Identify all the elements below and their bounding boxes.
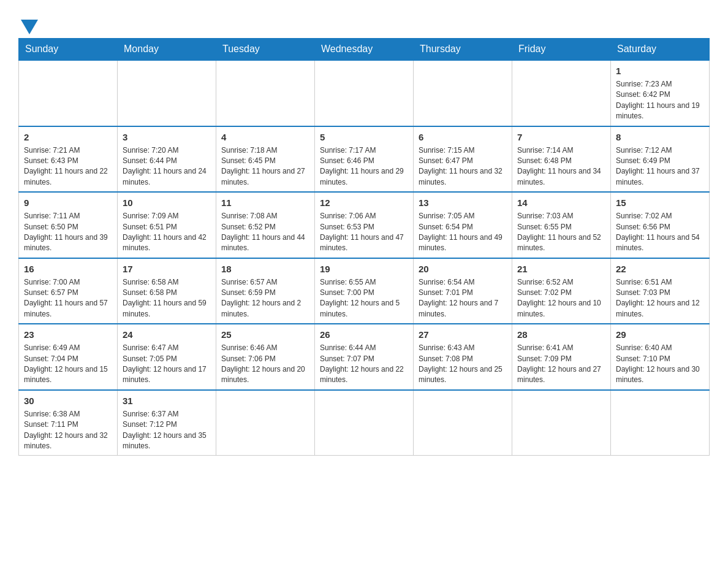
day-info: Sunrise: 6:41 AMSunset: 7:09 PMDaylight:… — [517, 343, 605, 386]
calendar-cell — [315, 60, 414, 126]
day-info: Sunrise: 6:58 AMSunset: 6:58 PMDaylight:… — [123, 277, 211, 320]
day-info: Sunrise: 7:12 AMSunset: 6:49 PMDaylight:… — [616, 145, 704, 188]
weekday-header-monday: Monday — [118, 39, 216, 61]
day-number: 20 — [419, 262, 507, 275]
day-info: Sunrise: 7:09 AMSunset: 6:51 PMDaylight:… — [123, 211, 211, 254]
calendar-cell: 14Sunrise: 7:03 AMSunset: 6:55 PMDayligh… — [512, 192, 611, 258]
calendar-cell — [118, 60, 216, 126]
day-number: 28 — [517, 328, 605, 341]
calendar-cell: 22Sunrise: 6:51 AMSunset: 7:03 PMDayligh… — [611, 258, 710, 324]
day-number: 5 — [320, 131, 408, 144]
calendar-cell: 9Sunrise: 7:11 AMSunset: 6:50 PMDaylight… — [19, 192, 118, 258]
day-info: Sunrise: 7:02 AMSunset: 6:56 PMDaylight:… — [616, 211, 704, 254]
calendar-cell: 11Sunrise: 7:08 AMSunset: 6:52 PMDayligh… — [216, 192, 315, 258]
day-number: 2 — [24, 131, 112, 144]
calendar-cell: 4Sunrise: 7:18 AMSunset: 6:45 PMDaylight… — [216, 126, 315, 193]
logo-triangle-icon — [21, 20, 38, 34]
day-number: 24 — [123, 328, 211, 341]
day-number: 4 — [221, 131, 309, 144]
day-info: Sunrise: 7:14 AMSunset: 6:48 PMDaylight:… — [517, 145, 605, 188]
day-info: Sunrise: 6:46 AMSunset: 7:06 PMDaylight:… — [221, 343, 309, 386]
day-info: Sunrise: 6:49 AMSunset: 7:04 PMDaylight:… — [24, 343, 112, 386]
calendar-cell: 25Sunrise: 6:46 AMSunset: 7:06 PMDayligh… — [216, 324, 315, 390]
day-number: 30 — [24, 394, 112, 407]
calendar-cell: 8Sunrise: 7:12 AMSunset: 6:49 PMDaylight… — [611, 126, 710, 193]
weekday-header-thursday: Thursday — [414, 39, 512, 61]
calendar-cell: 29Sunrise: 6:40 AMSunset: 7:10 PMDayligh… — [611, 324, 710, 390]
day-number: 1 — [616, 64, 704, 77]
calendar-cell — [216, 390, 315, 456]
calendar-week-row: 16Sunrise: 7:00 AMSunset: 6:57 PMDayligh… — [19, 258, 710, 324]
day-number: 12 — [320, 196, 408, 209]
day-number: 25 — [221, 328, 309, 341]
calendar-cell: 24Sunrise: 6:47 AMSunset: 7:05 PMDayligh… — [118, 324, 216, 390]
day-info: Sunrise: 6:55 AMSunset: 7:00 PMDaylight:… — [320, 277, 408, 320]
day-info: Sunrise: 6:38 AMSunset: 7:11 PMDaylight:… — [24, 409, 112, 452]
day-info: Sunrise: 7:11 AMSunset: 6:50 PMDaylight:… — [24, 211, 112, 254]
day-info: Sunrise: 6:57 AMSunset: 6:59 PMDaylight:… — [221, 277, 309, 320]
day-info: Sunrise: 7:15 AMSunset: 6:47 PMDaylight:… — [419, 145, 507, 188]
day-info: Sunrise: 7:21 AMSunset: 6:43 PMDaylight:… — [24, 145, 112, 188]
day-info: Sunrise: 7:23 AMSunset: 6:42 PMDaylight:… — [616, 79, 704, 122]
calendar-cell: 10Sunrise: 7:09 AMSunset: 6:51 PMDayligh… — [118, 192, 216, 258]
day-number: 27 — [419, 328, 507, 341]
day-info: Sunrise: 7:20 AMSunset: 6:44 PMDaylight:… — [123, 145, 211, 188]
calendar-header: SundayMondayTuesdayWednesdayThursdayFrid… — [19, 39, 710, 61]
day-info: Sunrise: 6:43 AMSunset: 7:08 PMDaylight:… — [419, 343, 507, 386]
calendar-cell: 12Sunrise: 7:06 AMSunset: 6:53 PMDayligh… — [315, 192, 414, 258]
day-info: Sunrise: 6:44 AMSunset: 7:07 PMDaylight:… — [320, 343, 408, 386]
day-number: 21 — [517, 262, 605, 275]
day-number: 16 — [24, 262, 112, 275]
day-info: Sunrise: 6:37 AMSunset: 7:12 PMDaylight:… — [123, 409, 211, 452]
calendar-cell: 23Sunrise: 6:49 AMSunset: 7:04 PMDayligh… — [19, 324, 118, 390]
day-number: 23 — [24, 328, 112, 341]
day-number: 9 — [24, 196, 112, 209]
day-info: Sunrise: 6:40 AMSunset: 7:10 PMDaylight:… — [616, 343, 704, 386]
day-number: 22 — [616, 262, 704, 275]
calendar-cell — [512, 390, 611, 456]
day-number: 11 — [221, 196, 309, 209]
calendar-week-row: 30Sunrise: 6:38 AMSunset: 7:11 PMDayligh… — [19, 390, 710, 456]
calendar-week-row: 9Sunrise: 7:11 AMSunset: 6:50 PMDaylight… — [19, 192, 710, 258]
calendar-cell — [414, 390, 512, 456]
day-info: Sunrise: 7:17 AMSunset: 6:46 PMDaylight:… — [320, 145, 408, 188]
day-info: Sunrise: 6:51 AMSunset: 7:03 PMDaylight:… — [616, 277, 704, 320]
weekday-header-sunday: Sunday — [19, 39, 118, 61]
day-number: 15 — [616, 196, 704, 209]
calendar-cell: 6Sunrise: 7:15 AMSunset: 6:47 PMDaylight… — [414, 126, 512, 193]
calendar-cell: 21Sunrise: 6:52 AMSunset: 7:02 PMDayligh… — [512, 258, 611, 324]
day-number: 10 — [123, 196, 211, 209]
calendar-cell: 15Sunrise: 7:02 AMSunset: 6:56 PMDayligh… — [611, 192, 710, 258]
calendar-cell: 20Sunrise: 6:54 AMSunset: 7:01 PMDayligh… — [414, 258, 512, 324]
weekday-header-row: SundayMondayTuesdayWednesdayThursdayFrid… — [19, 39, 710, 61]
day-number: 6 — [419, 131, 507, 144]
day-number: 31 — [123, 394, 211, 407]
day-number: 3 — [123, 131, 211, 144]
day-number: 14 — [517, 196, 605, 209]
calendar-cell: 1Sunrise: 7:23 AMSunset: 6:42 PMDaylight… — [611, 60, 710, 126]
calendar-cell: 5Sunrise: 7:17 AMSunset: 6:46 PMDaylight… — [315, 126, 414, 193]
calendar-cell — [19, 60, 118, 126]
page-header — [18, 12, 710, 32]
calendar-cell: 26Sunrise: 6:44 AMSunset: 7:07 PMDayligh… — [315, 324, 414, 390]
calendar-week-row: 2Sunrise: 7:21 AMSunset: 6:43 PMDaylight… — [19, 126, 710, 193]
calendar-cell: 13Sunrise: 7:05 AMSunset: 6:54 PMDayligh… — [414, 192, 512, 258]
calendar-cell: 17Sunrise: 6:58 AMSunset: 6:58 PMDayligh… — [118, 258, 216, 324]
day-info: Sunrise: 7:05 AMSunset: 6:54 PMDaylight:… — [419, 211, 507, 254]
calendar-table: SundayMondayTuesdayWednesdayThursdayFrid… — [18, 38, 710, 456]
day-number: 26 — [320, 328, 408, 341]
weekday-header-wednesday: Wednesday — [315, 39, 414, 61]
calendar-cell: 19Sunrise: 6:55 AMSunset: 7:00 PMDayligh… — [315, 258, 414, 324]
day-number: 19 — [320, 262, 408, 275]
weekday-header-friday: Friday — [512, 39, 611, 61]
logo — [18, 18, 38, 32]
calendar-body: 1Sunrise: 7:23 AMSunset: 6:42 PMDaylight… — [19, 60, 710, 456]
calendar-cell: 7Sunrise: 7:14 AMSunset: 6:48 PMDaylight… — [512, 126, 611, 193]
day-info: Sunrise: 6:47 AMSunset: 7:05 PMDaylight:… — [123, 343, 211, 386]
calendar-cell: 3Sunrise: 7:20 AMSunset: 6:44 PMDaylight… — [118, 126, 216, 193]
calendar-cell — [414, 60, 512, 126]
day-info: Sunrise: 7:08 AMSunset: 6:52 PMDaylight:… — [221, 211, 309, 254]
calendar-cell: 30Sunrise: 6:38 AMSunset: 7:11 PMDayligh… — [19, 390, 118, 456]
day-info: Sunrise: 6:54 AMSunset: 7:01 PMDaylight:… — [419, 277, 507, 320]
calendar-cell — [216, 60, 315, 126]
